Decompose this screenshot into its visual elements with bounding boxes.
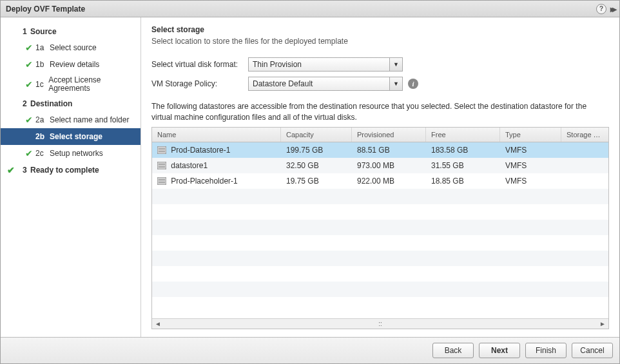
next-button[interactable]: Next [479,343,520,358]
table-row[interactable]: datastore1 32.50 GB 973.00 MB 31.55 GB V… [152,158,608,173]
table-row[interactable]: Prod-Placeholder-1 19.75 GB 922.00 MB 18… [152,173,608,189]
table-body: Prod-Datastore-1 199.75 GB 88.51 GB 183.… [152,142,608,318]
table-row [152,204,608,220]
cell-free: 183.58 GB [426,142,500,158]
cell-provisioned: 88.51 GB [352,142,426,158]
window-title: Deploy OVF Template [6,5,85,14]
cell-drs [561,178,608,184]
page-subtitle: Select location to store the files for t… [151,37,609,46]
table-row [152,235,608,251]
col-name[interactable]: Name [152,128,281,142]
cell-type: VMFS [500,173,561,189]
check-icon: ✔ [25,115,35,125]
cell-name: Prod-Datastore-1 [171,146,230,155]
storage-policy-select[interactable]: Datastore Default ▼ [248,77,403,91]
table-row [152,282,608,297]
step-review-details[interactable]: ✔ 1b Review details [1,56,140,73]
titlebar-controls: ? ▸▸ [596,4,614,14]
disk-format-value: Thin Provision [249,60,389,69]
storage-policy-row: VM Storage Policy: Datastore Default ▼ i [151,77,609,91]
disk-format-select[interactable]: Thin Provision ▼ [248,57,403,72]
wizard-window: Deploy OVF Template ? ▸▸ 1 Source ✔ 1a S… [0,0,620,364]
cell-capacity: 199.75 GB [281,142,352,158]
chevron-down-icon[interactable]: ▼ [389,77,402,90]
step-source[interactable]: 1 Source [1,24,140,39]
col-free[interactable]: Free [426,128,500,142]
horizontal-scrollbar[interactable]: ◄ :: ► [152,318,608,329]
col-capacity[interactable]: Capacity [281,128,352,142]
table-row [152,266,608,282]
check-icon: ✔ [7,165,17,175]
step-select-source[interactable]: ✔ 1a Select source [1,39,140,56]
datastore-icon [157,146,166,154]
cell-free: 18.85 GB [426,173,500,189]
cell-free: 31.55 GB [426,158,500,173]
step-setup-networks[interactable]: ✔ 2c Setup networks [1,145,140,162]
info-icon[interactable]: i [408,79,418,89]
svg-rect-3 [157,162,166,169]
scroll-left-icon[interactable]: ◄ [155,320,161,327]
help-icon[interactable]: ? [596,4,606,14]
cell-provisioned: 922.00 MB [352,173,426,189]
col-provisioned[interactable]: Provisioned [352,128,426,142]
cell-capacity: 32.50 GB [281,158,352,173]
scroll-right-icon[interactable]: ► [599,320,606,327]
titlebar: Deploy OVF Template ? ▸▸ [1,1,619,17]
cell-type: VMFS [500,142,561,158]
check-icon: ✔ [25,148,35,158]
check-icon: ✔ [25,59,35,70]
cell-name: datastore1 [171,161,208,170]
disk-format-label: Select virtual disk format: [151,60,248,69]
step-select-name-folder[interactable]: ✔ 2a Select name and folder [1,111,140,128]
cell-name: Prod-Placeholder-1 [171,177,237,186]
storage-policy-value: Datastore Default [249,79,389,88]
wizard-body: 1 Source ✔ 1a Select source ✔ 1b Review … [1,17,619,337]
wizard-main: Select storage Select location to store … [141,17,619,337]
scroll-grip-icon[interactable]: :: [378,320,382,327]
page-title: Select storage [151,25,609,34]
cell-capacity: 19.75 GB [281,173,352,189]
cell-drs [561,162,608,169]
step-destination[interactable]: 2 Destination [1,96,140,111]
finish-button[interactable]: Finish [525,343,567,358]
table-header: Name Capacity Provisioned Free Type Stor… [152,128,608,142]
disk-format-row: Select virtual disk format: Thin Provisi… [151,57,609,72]
step-accept-license[interactable]: ✔ 1c Accept License Agreements [1,73,140,96]
svg-rect-6 [157,177,166,185]
datastore-description: The following datastores are accessible … [151,101,609,123]
wizard-footer: Back Next Finish Cancel [1,337,619,363]
wizard-sidebar: 1 Source ✔ 1a Select source ✔ 1b Review … [1,17,141,337]
step-ready-complete[interactable]: ✔ 3 Ready to complete [1,162,140,178]
check-icon: ✔ [25,79,35,90]
chevron-down-icon[interactable]: ▼ [389,58,402,71]
back-button[interactable]: Back [432,343,474,358]
datastore-icon [157,177,166,185]
svg-rect-0 [157,146,166,154]
storage-policy-label: VM Storage Policy: [151,79,248,88]
expand-icon[interactable]: ▸▸ [610,4,614,14]
check-icon: ✔ [25,43,35,53]
table-row [152,220,608,235]
table-row [152,189,608,204]
datastore-icon [157,162,166,169]
table-row [152,297,608,312]
cell-drs [561,147,608,153]
datastore-table: Name Capacity Provisioned Free Type Stor… [151,127,609,329]
cell-type: VMFS [500,158,561,173]
step-select-storage[interactable]: ✔ 2b Select storage [1,128,140,145]
table-row[interactable]: Prod-Datastore-1 199.75 GB 88.51 GB 183.… [152,142,608,158]
cancel-button[interactable]: Cancel [572,343,613,358]
cell-provisioned: 973.00 MB [352,158,426,173]
col-type[interactable]: Type [500,128,561,142]
col-storage-drs[interactable]: Storage DRS [561,128,608,142]
table-row [152,251,608,266]
